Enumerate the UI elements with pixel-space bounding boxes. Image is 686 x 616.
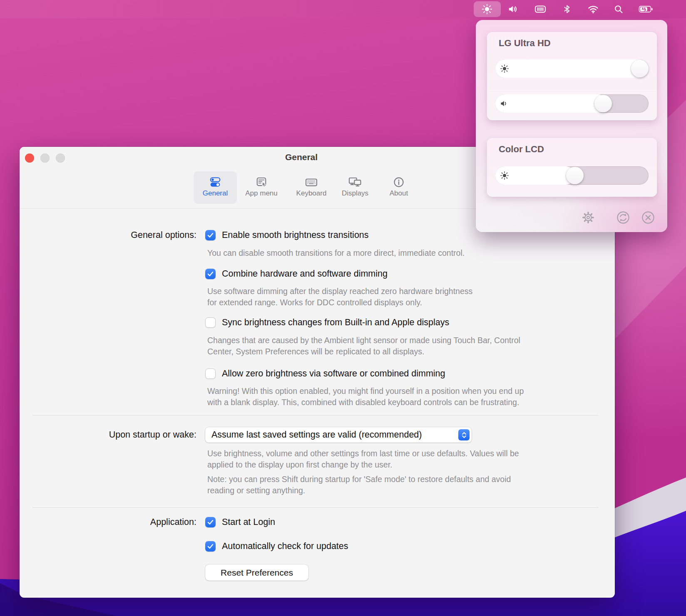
spotlight-search-icon[interactable] bbox=[614, 4, 624, 14]
menu-bar bbox=[0, 0, 686, 18]
checkbox-icon[interactable] bbox=[205, 269, 216, 279]
window-close-button[interactable] bbox=[25, 153, 34, 163]
option-description: Use software dimming after the display r… bbox=[207, 286, 472, 308]
section-divider bbox=[32, 507, 599, 508]
page-title: General bbox=[239, 152, 364, 162]
option-description: Warning! With this option enabled, you m… bbox=[207, 386, 524, 408]
chevron-up-down-icon bbox=[458, 429, 470, 440]
reset-preferences-button[interactable]: Reset Preferences bbox=[205, 564, 308, 581]
tab-displays[interactable]: Displays bbox=[333, 171, 377, 204]
checkbox-label: Sync brightness changes from Built-in an… bbox=[222, 317, 449, 328]
checkbox-icon[interactable] bbox=[205, 317, 216, 328]
checkbox-label: Combine hardware and software dimming bbox=[222, 269, 388, 279]
slider-thumb[interactable] bbox=[631, 60, 649, 77]
startup-label: Upon startup or wake: bbox=[20, 429, 196, 440]
tab-label: About bbox=[390, 189, 408, 198]
checkbox-label: Start at Login bbox=[222, 517, 275, 527]
startup-description: Use brightness, volume and other setting… bbox=[207, 448, 519, 470]
tab-label: Keyboard bbox=[296, 189, 327, 198]
display-card-color-lcd: Color LCD bbox=[487, 138, 657, 197]
checkbox-icon[interactable] bbox=[205, 517, 216, 527]
slider-thumb[interactable] bbox=[566, 167, 584, 184]
battery-charging-icon[interactable] bbox=[639, 4, 654, 14]
checkbox-icon[interactable] bbox=[205, 541, 216, 552]
general-options-label: General options: bbox=[20, 229, 196, 241]
checkbox-auto-updates[interactable]: Automatically check for updates bbox=[205, 540, 348, 552]
tab-app-menu[interactable]: App menu bbox=[240, 171, 283, 204]
close-icon[interactable] bbox=[641, 210, 656, 225]
checkbox-icon[interactable] bbox=[205, 230, 216, 240]
keyboard-brightness-menu-icon[interactable] bbox=[534, 4, 546, 15]
tab-keyboard[interactable]: Keyboard bbox=[290, 171, 333, 204]
volume-menu-icon[interactable] bbox=[507, 4, 518, 15]
checkbox-sync-brightness[interactable]: Sync brightness changes from Built-in an… bbox=[205, 317, 449, 328]
checkbox-icon[interactable] bbox=[205, 369, 216, 379]
checkbox-smooth-transitions[interactable]: Enable smooth brightness transitions bbox=[205, 229, 369, 241]
volume-icon bbox=[500, 99, 508, 108]
dropdown-value: Assume last saved settings are valid (re… bbox=[211, 430, 422, 440]
display-name: LG Ultra HD bbox=[499, 38, 551, 49]
app-menu-icon bbox=[255, 171, 268, 188]
info-icon bbox=[393, 171, 405, 188]
tab-about[interactable]: About bbox=[377, 171, 420, 204]
checkbox-zero-brightness[interactable]: Allow zero brightness via software or co… bbox=[205, 368, 445, 379]
displays-icon bbox=[348, 171, 362, 188]
wifi-menu-icon[interactable] bbox=[587, 4, 599, 14]
tab-label: App menu bbox=[245, 189, 278, 198]
tab-label: General bbox=[203, 189, 228, 198]
volume-slider[interactable] bbox=[495, 94, 649, 113]
checkbox-start-at-login[interactable]: Start at Login bbox=[205, 516, 275, 528]
checkbox-label: Allow zero brightness via software or co… bbox=[222, 369, 445, 379]
displays-popover: LG Ultra HD bbox=[476, 20, 667, 232]
settings-gear-icon[interactable] bbox=[581, 210, 596, 225]
brightness-slider[interactable] bbox=[495, 59, 649, 78]
display-name: Color LCD bbox=[499, 144, 544, 155]
brightness-icon bbox=[500, 64, 509, 73]
checkbox-label: Automatically check for updates bbox=[222, 541, 348, 552]
window-minimize-button[interactable] bbox=[40, 153, 50, 163]
brightness-icon bbox=[500, 171, 509, 180]
tab-label: Displays bbox=[342, 189, 368, 198]
brightness-menu-icon[interactable] bbox=[482, 4, 492, 15]
toggles-icon bbox=[209, 171, 221, 188]
checkbox-combine-dimming[interactable]: Combine hardware and software dimming bbox=[205, 268, 388, 280]
bluetooth-menu-icon[interactable] bbox=[562, 4, 572, 15]
slider-thumb[interactable] bbox=[594, 95, 612, 112]
section-divider bbox=[32, 415, 599, 416]
application-label: Application: bbox=[20, 516, 196, 528]
startup-note: Note: you can press Shift during startup… bbox=[207, 474, 511, 496]
refresh-icon[interactable] bbox=[616, 210, 631, 225]
startup-dropdown[interactable]: Assume last saved settings are valid (re… bbox=[205, 427, 472, 443]
slider-fill bbox=[495, 59, 649, 78]
checkbox-label: Enable smooth brightness transitions bbox=[222, 230, 369, 240]
slider-fill bbox=[495, 94, 607, 113]
option-description: Changes that are caused by the Ambient l… bbox=[207, 335, 520, 357]
keyboard-icon bbox=[305, 171, 318, 188]
tab-general[interactable]: General bbox=[194, 171, 237, 204]
window-zoom-button[interactable] bbox=[56, 153, 65, 163]
brightness-slider[interactable] bbox=[495, 166, 649, 185]
display-card-lg-ultra-hd: LG Ultra HD bbox=[487, 32, 657, 120]
option-description: You can disable smooth transitions for a… bbox=[207, 247, 465, 259]
